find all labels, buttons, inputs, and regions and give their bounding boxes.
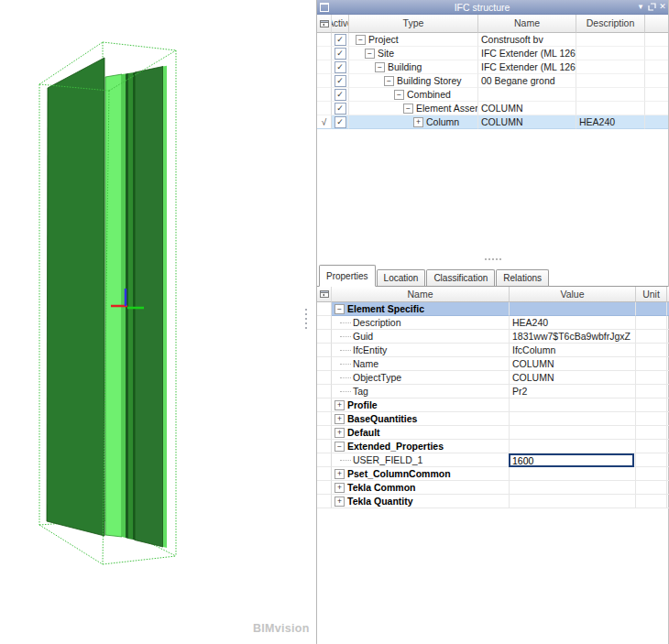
tree-name: COLUMN — [478, 102, 576, 115]
property-name: Name — [353, 357, 378, 371]
collapse-glyph[interactable]: − — [334, 442, 345, 452]
tree-name — [478, 88, 576, 102]
section-label: Default — [347, 426, 380, 440]
property-value: COLUMN — [510, 371, 636, 385]
hea240-column-solid — [47, 58, 167, 548]
column-header-active[interactable]: Active — [332, 15, 349, 33]
expand-glyph[interactable]: + — [334, 400, 345, 410]
section-row-profile[interactable]: +Profile — [317, 398, 668, 412]
section-label: Extended_Properties — [347, 440, 444, 453]
column-header-type[interactable]: Type — [349, 15, 478, 33]
expand-glyph[interactable]: + — [413, 117, 423, 127]
user-field-1-input[interactable] — [509, 453, 634, 467]
section-row-tekla-quantity[interactable]: +Tekla Quantity — [317, 495, 668, 508]
property-row-ifcentity[interactable]: IfcEntity IfcColumn — [317, 344, 668, 357]
tree-description — [576, 60, 645, 74]
tree-name: IFC Extender (ML 126) — [478, 60, 576, 74]
collapse-glyph[interactable]: − — [334, 304, 345, 314]
tree-label: Building — [388, 60, 422, 74]
panel-titlebar[interactable]: IFC structure ▾ ✕ — [317, 0, 668, 15]
tree-description — [576, 88, 645, 102]
tab-classification[interactable]: Classification — [426, 269, 495, 286]
dock-panel-area: IFC structure ▾ ✕ Active Type Name Descr… — [316, 0, 669, 644]
property-row-description[interactable]: Description HEA240 — [317, 316, 668, 330]
property-value: COLUMN — [510, 357, 636, 371]
properties-header-row: Name Value Unit — [317, 287, 668, 302]
property-row-tag[interactable]: Tag Pr2 — [317, 385, 668, 398]
property-name: USER_FIELD_1 — [353, 453, 422, 467]
column-header-value[interactable]: Value — [510, 287, 636, 302]
vertical-splitter[interactable] — [303, 309, 309, 329]
property-row-user-field-1[interactable]: USER_FIELD_1 — [317, 453, 668, 467]
window-icon — [320, 3, 329, 12]
tree-header-row: Active Type Name Description — [317, 15, 668, 33]
column-header-description[interactable]: Description — [576, 15, 645, 33]
close-icon[interactable]: ✕ — [657, 0, 668, 14]
section-row-extended-properties[interactable]: −Extended_Properties — [317, 440, 668, 453]
tree-row-building[interactable]: ✓ −Building IFC Extender (ML 126) — [317, 60, 668, 74]
3d-viewport[interactable]: BIMvision — [0, 0, 316, 644]
collapse-glyph[interactable]: − — [394, 90, 404, 100]
customize-columns-button[interactable] — [317, 287, 332, 302]
expand-glyph[interactable]: + — [334, 469, 345, 479]
dropdown-icon[interactable]: ▾ — [635, 0, 646, 14]
tree-label: Project — [368, 33, 399, 47]
active-checkbox[interactable]: ✓ — [334, 48, 346, 60]
bimvision-window: BIMvision IFC structure ▾ ✕ Active Type — [0, 0, 669, 644]
active-checkbox[interactable]: ✓ — [334, 89, 346, 101]
tree-row-building-storey[interactable]: ✓ −Building Storey 00 Begane grond — [317, 74, 668, 88]
tab-location[interactable]: Location — [377, 269, 426, 286]
collapse-glyph[interactable]: − — [375, 62, 385, 72]
section-row-pset-columncommon[interactable]: +Pset_ColumnCommon — [317, 467, 668, 481]
section-row-basequantities[interactable]: +BaseQuantities — [317, 412, 668, 426]
tree-description — [576, 74, 645, 88]
property-value: Pr2 — [510, 385, 636, 398]
tab-relations[interactable]: Relations — [496, 269, 549, 286]
tree-label: Element Assembly — [416, 102, 478, 115]
watermark: BIMvision — [253, 622, 310, 635]
column-header-name[interactable]: Name — [332, 287, 510, 302]
tree-row-column-selected[interactable]: √ ✓ +Column COLUMN HEA240 — [317, 115, 668, 129]
customize-columns-button[interactable] — [317, 15, 332, 33]
expand-glyph[interactable]: + — [334, 497, 345, 507]
section-row-default[interactable]: +Default — [317, 426, 668, 440]
collapse-glyph[interactable]: − — [356, 35, 366, 45]
tree-description: HEA240 — [576, 115, 645, 129]
tab-properties[interactable]: Properties — [319, 265, 376, 287]
section-row-element-specific[interactable]: −Element Specific — [317, 302, 668, 316]
active-checkbox[interactable]: ✓ — [334, 116, 346, 128]
tree-row-site[interactable]: ✓ −Site IFC Extender (ML 126) — [317, 47, 668, 60]
tree-row-element-assembly[interactable]: ✓ −Element Assembly COLUMN — [317, 102, 668, 115]
active-checkbox[interactable]: ✓ — [334, 61, 346, 73]
active-checkbox[interactable]: ✓ — [334, 75, 346, 87]
panel-title: IFC structure — [329, 2, 635, 13]
column-header-name[interactable]: Name — [478, 15, 576, 33]
active-checkbox[interactable]: ✓ — [334, 103, 346, 115]
active-checkbox[interactable]: ✓ — [334, 34, 346, 46]
tree-label: Building Storey — [397, 74, 462, 88]
horizontal-splitter[interactable] — [317, 255, 668, 264]
tree-row-combined[interactable]: ✓ −Combined — [317, 88, 668, 102]
expand-glyph[interactable]: + — [334, 483, 345, 493]
dock-icon[interactable] — [646, 0, 657, 14]
collapse-glyph[interactable]: − — [384, 76, 394, 86]
tree-description — [576, 47, 645, 60]
property-row-name[interactable]: Name COLUMN — [317, 357, 668, 371]
tree-row-project[interactable]: ✓ −Project Construsoft bv — [317, 33, 668, 47]
expand-glyph[interactable]: + — [334, 428, 345, 438]
section-label: BaseQuantities — [347, 412, 417, 426]
section-label: Tekla Quantity — [347, 495, 413, 508]
collapse-glyph[interactable]: − — [403, 104, 413, 114]
section-label: Element Specific — [347, 302, 424, 316]
property-name: ObjectType — [353, 371, 401, 385]
expand-glyph[interactable]: + — [334, 414, 345, 424]
collapse-glyph[interactable]: − — [365, 49, 375, 59]
tree-name: COLUMN — [478, 115, 576, 129]
section-row-tekla-common[interactable]: +Tekla Common — [317, 481, 668, 495]
column-header-unit[interactable]: Unit — [636, 287, 667, 302]
property-row-guid[interactable]: Guid 1831ww7$T6cBa9wbfrJgxZ — [317, 330, 668, 344]
property-row-objecttype[interactable]: ObjectType COLUMN — [317, 371, 668, 385]
properties-panel: Properties Location Classification Relat… — [317, 264, 668, 644]
tree-name: Construsoft bv — [478, 33, 576, 47]
tree-label: Site — [378, 47, 394, 60]
